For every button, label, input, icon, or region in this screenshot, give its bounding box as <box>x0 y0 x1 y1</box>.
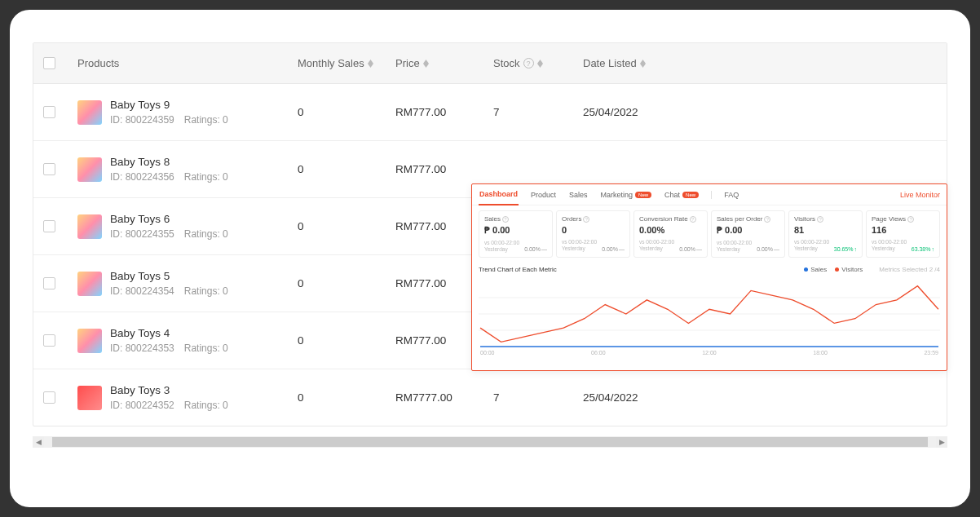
legend-sales[interactable]: Sales <box>804 266 827 273</box>
help-icon[interactable]: ? <box>907 216 914 223</box>
tab-faq[interactable]: FAQ <box>723 191 739 199</box>
row-checkbox[interactable] <box>43 163 55 175</box>
help-icon[interactable]: ? <box>583 216 589 223</box>
header-price-label: Price <box>395 57 420 69</box>
row-checkbox[interactable] <box>43 277 55 289</box>
header-monthly-sales[interactable]: Monthly Sales <box>298 57 395 69</box>
product-thumbnail <box>77 272 102 296</box>
row-checkbox[interactable] <box>43 334 55 347</box>
metric-value: 116 <box>872 225 934 235</box>
new-badge: New <box>635 192 651 198</box>
product-meta: ID: 800224355Ratings: 0 <box>110 228 238 240</box>
tab-divider <box>711 191 712 199</box>
metric-card[interactable]: Sales per Order ?₱ 0.00vs 00:00-22:00Yes… <box>711 210 785 258</box>
metric-card[interactable]: Orders ?0vs 00:00-22:00Yesterday0.00% — <box>556 210 630 258</box>
product-thumbnail <box>77 329 102 353</box>
product-name[interactable]: Baby Toys 3 <box>110 384 238 396</box>
product-thumbnail <box>77 157 102 182</box>
monthly-sales-cell: 0 <box>298 106 395 118</box>
row-checkbox-cell <box>43 334 77 347</box>
app-window: Products Monthly Sales Price Stock ? <box>10 10 970 507</box>
metric-delta: 0.00% — <box>679 246 702 252</box>
scrollbar-track[interactable] <box>52 437 928 447</box>
product-cell: Baby Toys 5ID: 800224354Ratings: 0 <box>77 270 298 297</box>
table-header-row: Products Monthly Sales Price Stock ? <box>33 43 947 84</box>
tab-chat[interactable]: ChatNew <box>664 191 700 199</box>
date-cell: 25/04/2022 <box>583 391 681 404</box>
tab-marketing[interactable]: MarketingNew <box>600 191 653 199</box>
select-all-checkbox[interactable] <box>43 57 55 69</box>
product-cell: Baby Toys 6ID: 800224355Ratings: 0 <box>77 213 298 240</box>
header-monthly-sales-label: Monthly Sales <box>298 57 364 69</box>
trend-arrow-icon: — <box>541 246 547 252</box>
trend-chart <box>479 276 940 350</box>
product-name[interactable]: Baby Toys 5 <box>110 270 238 282</box>
tab-sales-label: Sales <box>569 191 588 199</box>
product-info: Baby Toys 3ID: 800224352Ratings: 0 <box>110 384 238 411</box>
monthly-sales-cell: 0 <box>298 334 395 347</box>
product-name[interactable]: Baby Toys 8 <box>110 156 238 168</box>
tab-product[interactable]: Product <box>530 191 557 199</box>
price-cell: RM7777.00 <box>395 391 493 404</box>
dashboard-tabs: Dashboard Product Sales MarketingNew Cha… <box>472 184 947 205</box>
metric-title: Page Views ? <box>872 215 934 223</box>
dashboard-panel: Dashboard Product Sales MarketingNew Cha… <box>471 183 947 371</box>
row-checkbox[interactable] <box>43 391 55 404</box>
header-stock-label: Stock <box>493 57 520 69</box>
header-date-listed[interactable]: Date Listed <box>583 57 681 69</box>
x-tick: 18:00 <box>813 350 828 356</box>
live-monitor-link[interactable]: Live Monitor <box>900 191 940 199</box>
legend-visitors-label: Visitors <box>841 266 863 273</box>
header-price[interactable]: Price <box>395 57 493 69</box>
metric-value: 0 <box>562 225 625 235</box>
product-name[interactable]: Baby Toys 6 <box>110 213 238 225</box>
metric-value: ₱ 0.00 <box>484 225 547 236</box>
tab-faq-label: FAQ <box>724 191 739 199</box>
trend-arrow-icon: — <box>696 246 702 252</box>
metric-title: Sales ? <box>484 215 547 223</box>
x-tick: 23:59 <box>924 350 938 356</box>
scroll-right-icon[interactable]: ▶ <box>936 436 947 448</box>
row-checkbox[interactable] <box>43 106 55 118</box>
product-name[interactable]: Baby Toys 4 <box>110 327 238 339</box>
horizontal-scrollbar[interactable]: ◀ ▶ <box>33 436 947 448</box>
header-products-label: Products <box>77 57 119 69</box>
x-tick: 06:00 <box>591 350 606 356</box>
header-products: Products <box>77 57 298 69</box>
scroll-left-icon[interactable]: ◀ <box>33 436 44 448</box>
help-icon[interactable]: ? <box>502 216 509 223</box>
price-cell: RM777.00 <box>395 106 493 118</box>
tab-chat-label: Chat <box>664 191 680 199</box>
chart-area: 00:0006:0012:0018:0023:59 <box>472 276 947 365</box>
metric-card[interactable]: Visitors ?81vs 00:00-22:00Yesterday30.65… <box>788 210 863 258</box>
row-checkbox-cell <box>43 277 77 289</box>
metric-card[interactable]: Sales ?₱ 0.00vs 00:00-22:00Yesterday0.00… <box>479 210 553 258</box>
stock-cell: 7 <box>493 391 583 404</box>
row-checkbox[interactable] <box>43 220 55 232</box>
chart-header: Trend Chart of Each Metric Sales Visitor… <box>472 263 947 276</box>
date-cell: 25/04/2022 <box>583 106 681 118</box>
price-cell: RM777.00 <box>395 163 493 175</box>
help-icon[interactable]: ? <box>817 216 823 223</box>
help-icon[interactable]: ? <box>523 58 534 68</box>
row-checkbox-cell <box>43 163 77 175</box>
header-stock[interactable]: Stock ? <box>493 57 583 69</box>
metric-title: Visitors ? <box>794 215 857 223</box>
product-cell: Baby Toys 9ID: 800224359Ratings: 0 <box>77 99 298 126</box>
trend-arrow-icon: ↑ <box>932 246 935 252</box>
product-thumbnail <box>77 386 102 410</box>
tab-dashboard[interactable]: Dashboard <box>479 184 519 205</box>
tab-marketing-label: Marketing <box>601 191 633 199</box>
metric-card[interactable]: Conversion Rate ?0.00%vs 00:00-22:00Yest… <box>633 210 708 258</box>
sort-icon <box>640 60 646 68</box>
help-icon[interactable]: ? <box>764 216 770 223</box>
product-id: ID: 800224353 <box>110 342 174 354</box>
product-name[interactable]: Baby Toys 9 <box>110 99 238 111</box>
help-icon[interactable]: ? <box>690 216 696 223</box>
metric-card[interactable]: Page Views ?116vs 00:00-22:00Yesterday63… <box>866 210 940 258</box>
metrics-selected-count: Metrics Selected 2 /4 <box>879 266 940 273</box>
monthly-sales-cell: 0 <box>298 220 395 232</box>
tab-sales[interactable]: Sales <box>568 191 589 199</box>
legend-visitors[interactable]: Visitors <box>835 266 863 273</box>
product-info: Baby Toys 8ID: 800224356Ratings: 0 <box>110 156 238 183</box>
